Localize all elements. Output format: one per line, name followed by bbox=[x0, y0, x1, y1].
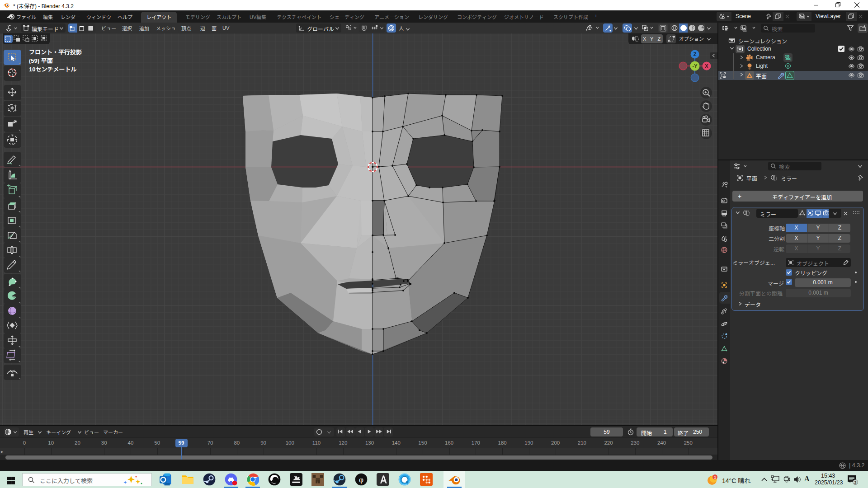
svg-text:Z: Z bbox=[693, 52, 697, 57]
svg-text:-Y: -Y bbox=[693, 63, 698, 69]
svg-text:1: 1 bbox=[714, 475, 716, 479]
svg-text:3: 3 bbox=[854, 480, 856, 485]
svg-text:φ: φ bbox=[359, 475, 363, 484]
svg-text:X: X bbox=[705, 63, 708, 69]
